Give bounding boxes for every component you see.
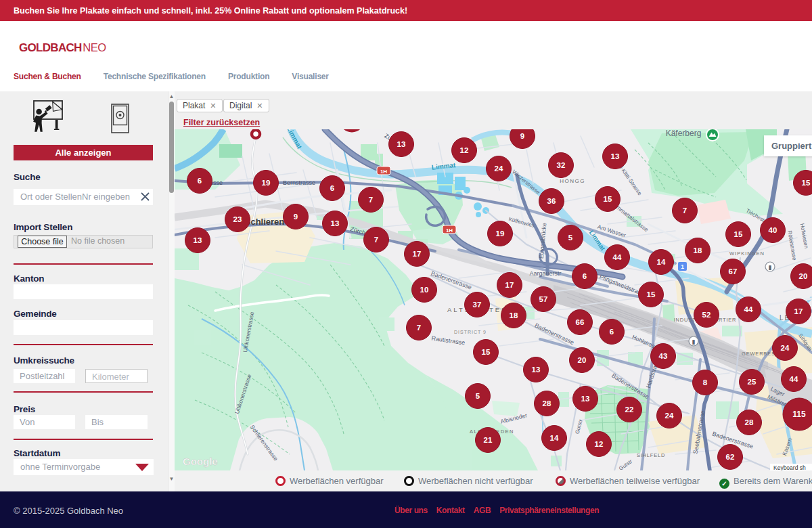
svg-text:1H: 1H xyxy=(380,169,387,175)
svg-text:Schlieren: Schlieren xyxy=(245,217,285,227)
svg-text:13: 13 xyxy=(194,236,202,244)
svg-text:13: 13 xyxy=(532,366,541,374)
svg-text:115: 115 xyxy=(792,410,806,419)
svg-text:25: 25 xyxy=(748,378,757,386)
svg-text:22: 22 xyxy=(625,405,634,414)
svg-text:6: 6 xyxy=(583,272,587,280)
svg-text:15: 15 xyxy=(734,230,743,238)
svg-text:32: 32 xyxy=(557,161,566,169)
svg-text:20: 20 xyxy=(578,356,587,364)
svg-text:21: 21 xyxy=(484,436,493,444)
svg-text:14: 14 xyxy=(657,258,666,266)
svg-text:5: 5 xyxy=(476,392,480,400)
svg-text:37: 37 xyxy=(473,301,482,309)
svg-text:52: 52 xyxy=(702,311,711,319)
svg-text:5: 5 xyxy=(568,234,573,242)
svg-text:▮: ▮ xyxy=(692,338,696,345)
svg-text:9: 9 xyxy=(520,132,524,140)
svg-text:▮: ▮ xyxy=(769,264,772,271)
svg-text:6: 6 xyxy=(610,328,614,336)
svg-text:13: 13 xyxy=(397,140,406,148)
svg-text:7: 7 xyxy=(374,236,378,244)
svg-text:62: 62 xyxy=(726,453,735,461)
svg-text:17: 17 xyxy=(794,307,803,315)
svg-text:Käferberg: Käferberg xyxy=(666,129,702,138)
svg-text:44: 44 xyxy=(790,375,798,383)
svg-text:13: 13 xyxy=(331,219,340,227)
svg-text:6: 6 xyxy=(198,177,202,185)
svg-text:15: 15 xyxy=(647,290,656,299)
svg-text:43: 43 xyxy=(659,352,668,360)
svg-text:Bernstrasse: Bernstrasse xyxy=(283,179,315,186)
svg-text:17: 17 xyxy=(413,250,422,258)
svg-text:23: 23 xyxy=(233,215,242,223)
svg-text:28: 28 xyxy=(745,418,754,426)
svg-text:WIPKINGEN: WIPKINGEN xyxy=(729,250,765,257)
svg-text:18: 18 xyxy=(694,246,702,255)
svg-text:1H: 1H xyxy=(446,227,453,234)
svg-text:15: 15 xyxy=(604,195,612,203)
svg-text:14: 14 xyxy=(550,434,559,442)
svg-text:15: 15 xyxy=(482,348,491,356)
svg-text:Keyboard sh: Keyboard sh xyxy=(773,464,806,470)
svg-text:67: 67 xyxy=(729,267,738,276)
svg-text:12: 12 xyxy=(595,440,604,448)
svg-text:9: 9 xyxy=(294,213,298,221)
svg-text:Google: Google xyxy=(183,456,218,467)
svg-text:40: 40 xyxy=(769,226,777,234)
svg-text:Aargauerstr: Aargauerstr xyxy=(529,270,561,277)
svg-text:36: 36 xyxy=(547,197,556,205)
svg-text:17: 17 xyxy=(505,281,514,289)
svg-text:8: 8 xyxy=(703,378,708,387)
svg-text:24: 24 xyxy=(665,412,674,420)
svg-text:10: 10 xyxy=(420,286,429,294)
svg-text:24: 24 xyxy=(781,344,790,352)
svg-text:15: 15 xyxy=(802,179,811,187)
svg-text:24: 24 xyxy=(495,164,503,173)
svg-text:28: 28 xyxy=(543,399,551,408)
svg-text:20: 20 xyxy=(799,272,808,280)
svg-text:19: 19 xyxy=(262,179,271,187)
svg-text:HÖNGG: HÖNGG xyxy=(560,178,585,184)
svg-text:12: 12 xyxy=(460,146,469,154)
svg-text:13: 13 xyxy=(611,152,620,160)
svg-text:7: 7 xyxy=(369,196,373,204)
svg-text:1: 1 xyxy=(681,263,684,270)
svg-text:13: 13 xyxy=(581,395,590,403)
svg-text:57: 57 xyxy=(539,295,548,303)
svg-text:6: 6 xyxy=(330,184,334,192)
svg-text:44: 44 xyxy=(613,253,622,261)
svg-text:44: 44 xyxy=(744,305,753,313)
svg-text:7: 7 xyxy=(683,206,687,215)
svg-text:19: 19 xyxy=(496,229,505,238)
svg-text:7: 7 xyxy=(417,324,421,332)
svg-text:66: 66 xyxy=(576,318,585,326)
svg-text:DISTRICT 9: DISTRICT 9 xyxy=(454,330,487,334)
svg-text:18: 18 xyxy=(510,311,518,320)
svg-text:SIHLFELD: SIHLFELD xyxy=(637,452,665,458)
